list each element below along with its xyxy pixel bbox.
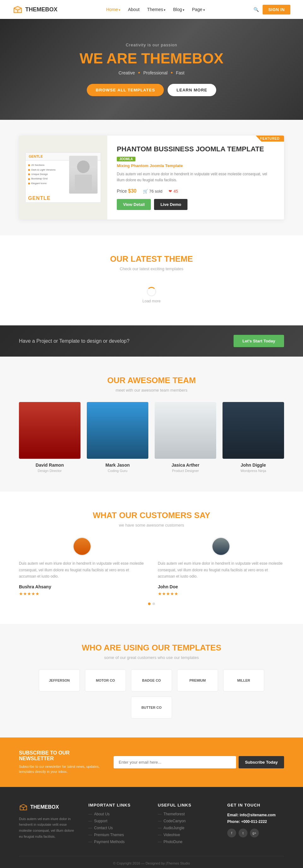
featured-subtitle: Mixing Phantom Joomla Template [117, 163, 275, 168]
footer-useful-heading: USEFUL LINKS [158, 803, 215, 807]
browse-templates-button[interactable]: BROWSE ALL TEMPLATES [87, 84, 164, 96]
hero-subtitle: Creative • Professional • Fast [80, 70, 223, 76]
team-card-david: David Ramon Design Director [19, 402, 81, 473]
footer-useful-links: USEFUL LINKS Themeforest CodeCanyon Audi… [158, 803, 215, 846]
search-icon[interactable]: 🔍 [253, 7, 259, 12]
google-plus-icon[interactable]: g+ [250, 829, 259, 837]
footer-link-contact[interactable]: Contact Us [88, 826, 145, 830]
footer-link-codecanyon[interactable]: CodeCanyon [158, 819, 215, 823]
testimonials-section: WHAT OUR CUSTOMERS SAY we have some awes… [0, 492, 303, 624]
price-row: Price $30 🛒 76 sold ❤ 45 [117, 188, 275, 194]
client-logo-6: BUTTER CO [131, 696, 172, 718]
latest-title-highlight: THEME [164, 254, 193, 264]
hero-title-prefix: WE ARE [80, 50, 141, 66]
avatar-img-bushra [74, 538, 90, 555]
cta-text: Have a Project or Template to design or … [19, 338, 130, 344]
footer-email-value: info@sitename.com [240, 813, 276, 817]
hero-title: WE ARE THEMEBOX [80, 51, 223, 66]
live-demo-button[interactable]: Live Demo [154, 199, 188, 210]
nav-page[interactable]: Page [192, 7, 204, 12]
footer-social: f t g+ [227, 829, 284, 837]
featured-card: FEATURED GENTLE 20 Sections Dark & Light… [19, 135, 284, 219]
start-today-button[interactable]: Let's Start Today [233, 335, 284, 347]
team-name-john: John Diggle [222, 463, 284, 468]
subtitle-creative: Creative [118, 70, 135, 75]
footer-bottom: © Copyright 2016 — Designed by jThemes S… [19, 856, 284, 865]
featured-image: GENTLE 20 Sections Dark & Light Versions… [19, 135, 107, 219]
footer-copyright: © Copyright 2016 — Designed by jThemes S… [19, 861, 284, 865]
team-photo-david [19, 402, 81, 459]
price-tag: Price $30 [117, 188, 137, 194]
testimonial-text-1: Duis autem vel eum iriure dolor in hendr… [19, 560, 145, 580]
learn-more-button[interactable]: LEARN MORE [168, 84, 216, 96]
preview-person [69, 156, 98, 194]
twitter-icon[interactable]: t [239, 829, 247, 837]
featured-info: PHANTOM BUSSINESS JOOMLA TEMPLATE JOOMLA… [107, 135, 284, 219]
newsletter-description: Subscribe to our newsletter for latest n… [19, 764, 104, 774]
subscribe-button[interactable]: Subscribe Today [239, 756, 284, 768]
nav-about[interactable]: About [128, 7, 140, 12]
brand-name: THEMEBOX [25, 6, 57, 13]
footer-link-support[interactable]: Support [88, 819, 145, 823]
featured-section: FEATURED GENTLE 20 Sections Dark & Light… [0, 120, 303, 235]
team-section: OUR AWESOME TEAM meet with our awesome t… [0, 356, 303, 492]
dot-2: • [171, 70, 173, 76]
team-title-prefix: OUR [107, 375, 128, 385]
footer-useful-list: Themeforest CodeCanyon AudioJungle Video… [158, 812, 215, 844]
dot-1[interactable] [148, 602, 150, 605]
footer-link-about[interactable]: About Us [88, 812, 145, 816]
dot-2[interactable] [153, 602, 155, 605]
footer-contact-heading: GET IN TOUCH [227, 803, 284, 807]
team-role-jasica: Product Designer [155, 469, 216, 473]
newsletter-email-input[interactable] [114, 756, 236, 768]
testimonial-1: Duis autem vel eum iriure dolor in hendr… [19, 537, 145, 596]
subtitle-professional: Professional [143, 70, 168, 75]
team-card-mark: Mark Jason Coding Guru [87, 402, 148, 473]
footer-email-label: Email: [227, 813, 239, 817]
template-name-overlay: GENTLE [28, 195, 51, 201]
footer-link-themeforest[interactable]: Themeforest [158, 812, 215, 816]
price-value: $30 [128, 188, 137, 194]
cta-banner: Have a Project or Template to design or … [0, 326, 303, 356]
dot-1: • [138, 70, 140, 76]
team-photo-john [222, 402, 284, 459]
team-title-suffix: TEAM [170, 375, 196, 385]
clients-prefix: WHO ARE USING OUR [82, 643, 172, 652]
loading-spinner [147, 287, 156, 297]
footer-phone-value: +000-011-2222 [241, 819, 267, 824]
load-more-text[interactable]: Load more [142, 299, 160, 303]
footer-link-audiojungle[interactable]: AudioJungle [158, 826, 215, 830]
footer-link-videohive[interactable]: Videohive [158, 833, 215, 837]
hero-section: Creativity is our passion WE ARE THEMEBO… [0, 19, 303, 120]
team-card-jasica: Jasica Arther Product Designer [155, 402, 216, 473]
view-detail-button[interactable]: View Detail [117, 199, 151, 210]
latest-subtitle: Check our latest exciting templates [19, 267, 284, 271]
clients-grid: JEFFERSON MOTOR CO BADGE CO PREMIUM MILL… [19, 670, 284, 718]
brand-logo[interactable]: THEMEBOX [12, 4, 57, 14]
platform-badge: JOOMLA [117, 157, 135, 161]
loader: Load more [19, 281, 284, 313]
photo-jasica [155, 402, 216, 459]
team-grid: David Ramon Design Director Mark Jason C… [19, 402, 284, 473]
person-face [77, 160, 90, 173]
newsletter-form: Subscribe Today [114, 756, 284, 768]
nav-home[interactable]: Home [106, 7, 120, 12]
client-logo-5: MILLER [223, 670, 264, 691]
team-photo-mark [87, 402, 148, 459]
hero-buttons: BROWSE ALL TEMPLATES LEARN MORE [80, 84, 223, 96]
footer-link-photodune[interactable]: PhotoDune [158, 840, 215, 844]
footer-email: Email: info@sitename.com [227, 812, 284, 819]
footer-brand-name: THEMEBOX [30, 804, 59, 810]
footer-phone: Phone: +000-011-2222 [227, 818, 284, 826]
signin-button[interactable]: SIGN IN [263, 5, 291, 14]
sold-count: 🛒 76 sold [143, 189, 163, 194]
footer-link-payment[interactable]: Payment Methods [88, 840, 145, 844]
clients-highlight: TEMPLATES [172, 643, 221, 652]
photo-david [19, 402, 81, 459]
facebook-icon[interactable]: f [227, 829, 236, 837]
team-role-mark: Coding Guru [87, 469, 148, 473]
photo-mark [87, 402, 148, 459]
footer-link-premium[interactable]: Premium Themes [88, 833, 145, 837]
nav-themes[interactable]: Themes [147, 7, 165, 12]
nav-blog[interactable]: Blog [173, 7, 184, 12]
